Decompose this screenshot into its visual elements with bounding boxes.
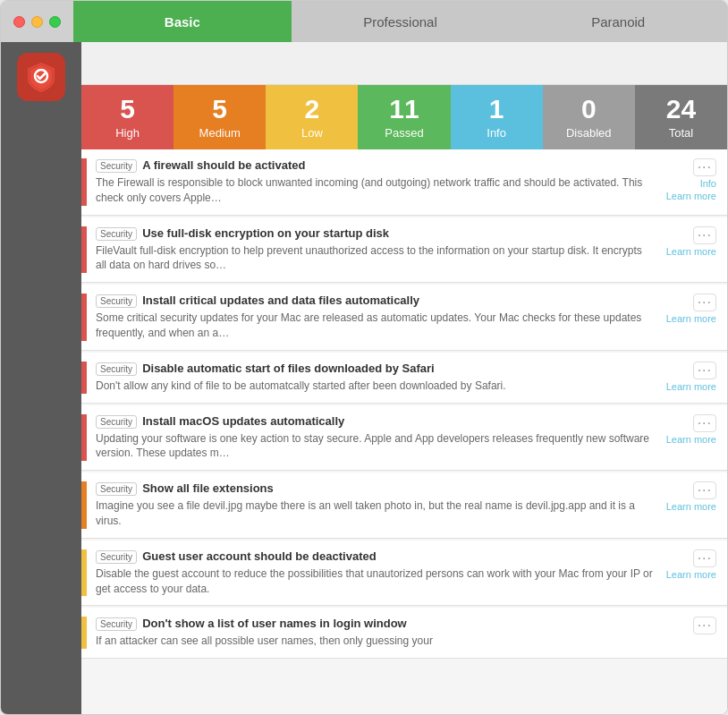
learn-more-link[interactable]: Learn more	[666, 191, 716, 201]
list-item: Security Show all file extensions Imagin…	[81, 472, 727, 539]
item-body: Security Use full-disk encryption on you…	[96, 226, 654, 274]
item-badge: Security	[96, 617, 137, 631]
list-item: Security Don't show a list of user names…	[81, 608, 727, 659]
item-actions: ··· Info Learn more	[654, 158, 716, 201]
item-title-row: Security A firewall should be activated	[96, 158, 654, 173]
item-title-row: Security Use full-disk encryption on you…	[96, 226, 654, 241]
severity-bar	[81, 481, 87, 529]
item-actions-inner: ···	[693, 617, 716, 634]
item-badge: Security	[96, 294, 137, 308]
window-controls	[1, 1, 73, 42]
item-description: The Firewall is responsible to block unw…	[96, 175, 654, 206]
item-title: Guest user account should be deactivated	[142, 549, 377, 563]
severity-bar	[81, 294, 87, 341]
stat-label-info: Info	[487, 126, 506, 140]
item-actions-inner: ··· Info Learn more	[666, 158, 716, 201]
severity-bar	[81, 414, 87, 462]
main-layout: 5 High 5 Medium 2 Low 11 Passed 1 Info 0…	[1, 42, 727, 714]
stat-number-low: 2	[305, 96, 320, 123]
item-badge: Security	[96, 362, 137, 376]
items-list: Security A firewall should be activated …	[81, 149, 727, 714]
stat-label-high: High	[115, 126, 140, 140]
item-menu-button[interactable]: ···	[693, 549, 716, 567]
list-item: Security Use full-disk encryption on you…	[81, 217, 727, 284]
learn-more-link[interactable]: Learn more	[666, 501, 716, 512]
stat-passed[interactable]: 11 Passed	[358, 85, 450, 149]
item-menu-button[interactable]: ···	[693, 414, 716, 432]
item-badge: Security	[96, 159, 137, 173]
item-title: Don't show a list of user names in login…	[142, 617, 407, 630]
item-menu-button[interactable]: ···	[693, 294, 716, 311]
list-item: Security Install macOS updates automatic…	[81, 405, 727, 472]
item-title-row: Security Install critical updates and da…	[96, 294, 654, 308]
item-body: Security Install critical updates and da…	[96, 294, 654, 341]
item-body: Security Disable automatic start of file…	[96, 362, 654, 394]
item-description: FileVault full-disk encryption to help p…	[96, 243, 654, 274]
learn-more-link[interactable]: Learn more	[666, 569, 716, 580]
item-title: Disable automatic start of files downloa…	[142, 362, 435, 375]
stat-number-high: 5	[120, 96, 135, 123]
item-menu-button[interactable]: ···	[693, 617, 716, 634]
stat-high[interactable]: 5 High	[81, 85, 174, 149]
item-menu-button[interactable]: ···	[693, 226, 716, 244]
item-badge: Security	[96, 415, 137, 429]
stat-label-low: Low	[301, 126, 323, 140]
stat-low[interactable]: 2 Low	[266, 85, 358, 149]
learn-more-link[interactable]: Learn more	[666, 246, 716, 257]
tab-basic[interactable]: Basic	[73, 1, 292, 42]
item-title: Show all file extensions	[142, 481, 274, 495]
severity-bar	[81, 617, 87, 649]
item-body: Security Don't show a list of user names…	[96, 617, 654, 649]
severity-bar	[81, 549, 87, 597]
settings-button[interactable]	[23, 664, 59, 700]
learn-more-link[interactable]: Learn more	[666, 313, 716, 324]
learn-more-link[interactable]: Learn more	[666, 434, 716, 445]
main-window: BasicProfessionalParanoid	[0, 0, 728, 715]
item-body: Security Show all file extensions Imagin…	[96, 481, 654, 529]
stat-medium[interactable]: 5 Medium	[174, 85, 266, 149]
item-actions-inner: ··· Learn more	[666, 226, 716, 257]
item-badge: Security	[96, 227, 137, 241]
item-title: Install macOS updates automatically	[142, 414, 344, 428]
item-actions-inner: ··· Learn more	[666, 362, 716, 392]
tab-professional[interactable]: Professional	[292, 1, 510, 42]
item-body: Security Guest user account should be de…	[96, 549, 654, 597]
item-menu-button[interactable]: ···	[693, 481, 716, 499]
item-actions: ··· Learn more	[654, 481, 716, 512]
stat-info[interactable]: 1 Info	[451, 85, 543, 149]
stat-total[interactable]: 24 Total	[635, 85, 727, 149]
stat-number-total: 24	[666, 96, 696, 123]
stat-disabled[interactable]: 0 Disabled	[543, 85, 635, 149]
tabs: BasicProfessionalParanoid	[73, 1, 727, 42]
title-bar: BasicProfessionalParanoid	[1, 1, 727, 42]
close-button[interactable]	[13, 16, 25, 28]
item-title: A firewall should be activated	[142, 158, 305, 172]
item-badge: Security	[96, 482, 137, 496]
stat-label-passed: Passed	[385, 126, 423, 140]
item-menu-button[interactable]: ···	[693, 362, 716, 379]
list-item: Security A firewall should be activated …	[81, 149, 727, 216]
stat-number-medium: 5	[212, 96, 227, 123]
item-actions: ··· Learn more	[654, 294, 716, 324]
learn-more-link[interactable]: Learn more	[666, 381, 716, 392]
app-logo	[17, 53, 65, 101]
tab-paranoid[interactable]: Paranoid	[509, 1, 727, 42]
severity-bar	[81, 362, 87, 394]
stat-label-medium: Medium	[199, 126, 241, 140]
item-actions-inner: ··· Learn more	[666, 549, 716, 580]
item-title-row: Security Show all file extensions	[96, 481, 654, 496]
sidebar	[1, 42, 81, 714]
item-title: Install critical updates and data files …	[142, 294, 419, 307]
stat-number-passed: 11	[389, 96, 419, 123]
minimize-button[interactable]	[31, 16, 43, 28]
item-title: Use full-disk encryption on your startup…	[142, 226, 389, 240]
item-body: Security Install macOS updates automatic…	[96, 414, 654, 462]
stat-label-disabled: Disabled	[566, 126, 612, 140]
item-menu-button[interactable]: ···	[693, 158, 716, 176]
maximize-button[interactable]	[49, 16, 61, 28]
severity-bar	[81, 158, 87, 206]
item-actions: ··· Learn more	[654, 414, 716, 445]
results-header	[81, 42, 727, 85]
stat-number-info: 1	[489, 96, 504, 123]
stat-number-disabled: 0	[581, 96, 597, 123]
